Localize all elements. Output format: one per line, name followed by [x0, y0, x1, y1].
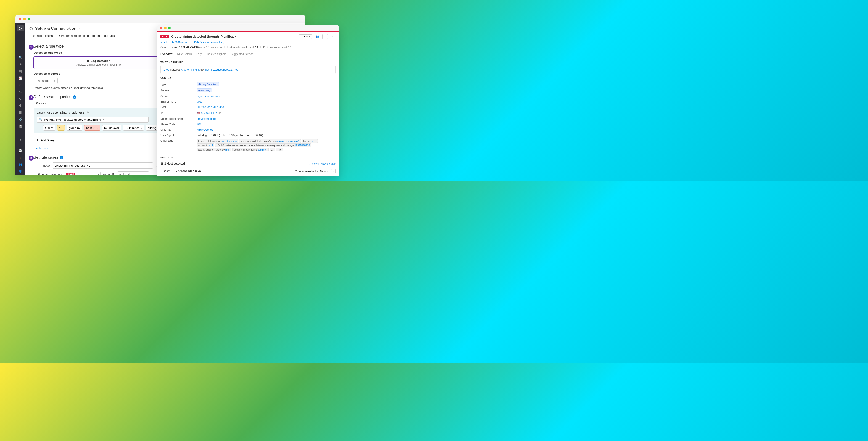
view-network-map-link[interactable]: ⇄ View in Network Map: [309, 162, 336, 165]
link-icon[interactable]: 🔗: [15, 116, 25, 123]
crumb-attack[interactable]: attack: [160, 41, 168, 44]
gear-icon: ⬡: [29, 26, 33, 31]
notebook-icon[interactable]: 📓: [15, 123, 25, 129]
help-icon[interactable]: ?: [15, 154, 25, 161]
severity-select[interactable]: HIGH ▾: [65, 172, 100, 175]
source-chip[interactable]: ◆ haproxy: [197, 88, 212, 92]
matched-term[interactable]: cryptomining_ip: [181, 68, 200, 71]
target-icon: ◎: [295, 170, 297, 173]
detection-method-select[interactable]: Threshold ▾: [34, 78, 58, 84]
logs-icon[interactable]: ☰: [15, 109, 25, 116]
close-dot[interactable]: [19, 18, 21, 20]
kebab-icon[interactable]: ⋮: [322, 34, 328, 39]
tags-more[interactable]: +46: [276, 148, 283, 151]
tab-related[interactable]: Related Signals: [207, 51, 226, 58]
help-icon[interactable]: ?: [60, 156, 63, 159]
titlebar: [157, 25, 339, 31]
view-infra-metrics-button[interactable]: ◎View Infrastructure Metrics: [293, 169, 330, 173]
chevron-down-icon: ▾: [98, 173, 99, 175]
signal-tabs: Overview Rule Details Logs Related Signa…: [157, 51, 339, 58]
chat-icon[interactable]: 💬: [15, 147, 25, 154]
ctx-env-key: Environment: [160, 100, 197, 103]
signal-meta: Created on: Apr 12 20:44:45.480 (about 1…: [157, 44, 339, 50]
tab-suggested[interactable]: Suggested Actions: [231, 51, 253, 58]
search-icon[interactable]: 🔍: [15, 54, 25, 61]
min-dot[interactable]: [164, 27, 166, 29]
signal-panel-window: HIGH Cryptomining detected through IP ca…: [157, 25, 339, 176]
close-dot[interactable]: [160, 27, 162, 29]
ctx-service-val[interactable]: ingress-service-api: [197, 95, 220, 98]
help-icon[interactable]: ?: [73, 95, 76, 99]
metrics-icon[interactable]: 📈: [15, 75, 25, 82]
infra-icon[interactable]: ⚙: [15, 82, 25, 88]
tag-chip[interactable]: security-group-name:common: [232, 148, 269, 151]
ctx-status-val[interactable]: 202: [197, 123, 202, 126]
integrations-icon[interactable]: ✚: [15, 102, 25, 109]
chevron-down-icon[interactable]: ▾: [79, 27, 80, 30]
dashboard-icon[interactable]: ▦: [15, 68, 25, 75]
ci-icon[interactable]: ↻: [15, 95, 25, 102]
chevron-right-icon: ›: [34, 101, 34, 105]
agg-select[interactable]: Count: [43, 125, 55, 131]
card-log-detection[interactable]: ⬢Log Detection Analyze all ingested logs…: [34, 57, 163, 69]
step-1-badge: 1: [29, 45, 34, 50]
drag-handle-icon[interactable]: ⋮⋮: [34, 164, 39, 167]
tab-overview[interactable]: Overview: [160, 51, 173, 58]
plus-icon: ＋: [36, 138, 39, 142]
what-happened-label: WHAT HAPPENED: [160, 61, 336, 64]
search-input[interactable]: 🔍 @threat_intel.results.category:cryptom…: [37, 117, 149, 123]
ctx-kube-val[interactable]: service-edge1b: [197, 117, 216, 120]
tab-rule-details[interactable]: Rule Details: [177, 51, 192, 58]
ctx-host-val[interactable]: i-012dc6abc0d12345a: [197, 106, 224, 109]
security-icon[interactable]: 🛡: [15, 129, 25, 137]
rollup-select[interactable]: 15 minutes▾: [123, 125, 144, 131]
crumb-tactic[interactable]: ta0040-impact: [172, 41, 190, 44]
search-icon: 🔍: [39, 118, 42, 121]
add-query-button[interactable]: ＋Add Query: [34, 137, 57, 144]
notify-label: and notify: [102, 173, 115, 175]
settings-icon[interactable]: ✦: [15, 137, 25, 143]
max-dot[interactable]: [28, 18, 30, 20]
assignee-icon[interactable]: 👥: [314, 34, 320, 39]
agg-field[interactable]: *▾: [57, 125, 65, 131]
close-icon[interactable]: ✕: [330, 34, 336, 39]
what-happened-box: 1 log matched cryptomining_ip for host:i…: [160, 66, 336, 74]
max-dot[interactable]: [168, 27, 170, 29]
team-icon[interactable]: 👥: [15, 161, 25, 168]
tag-chip[interactable]: kernel:none: [302, 139, 318, 143]
tag-chip[interactable]: a..: [270, 148, 275, 151]
insights-label: INSIGHTS: [160, 156, 336, 159]
tag-chip[interactable]: account:prod: [197, 144, 214, 147]
log-count-link[interactable]: 1 log: [163, 68, 169, 71]
notify-input[interactable]: [117, 171, 149, 175]
host-disclose[interactable]: ⌄ host:i-012dc6abc0d12345a: [160, 170, 201, 173]
ctx-ip-val[interactable]: 🇺🇸 52.10.44.115 ⓘ: [197, 111, 221, 115]
groupby-value[interactable]: host✕▾: [84, 125, 100, 131]
ctx-url-val[interactable]: /api/v1/series: [197, 128, 213, 131]
binoculars-icon[interactable]: 👁: [15, 61, 25, 68]
status-select[interactable]: OPEN▾: [299, 34, 312, 39]
ctx-ua-val: datadogpy/0.40.1 (python 3.9.5; os linux…: [197, 134, 263, 137]
trigger-input[interactable]: [53, 163, 153, 169]
card-log-title: Log Detection: [91, 59, 111, 63]
clear-icon[interactable]: ✕: [102, 118, 105, 121]
crumb-technique[interactable]: t1496-resource-hijacking: [194, 41, 224, 44]
tab-logs[interactable]: Logs: [196, 51, 203, 58]
min-dot[interactable]: [23, 18, 26, 20]
attack-breadcrumb: attack› ta0040-impact› t1496-resource-hi…: [157, 40, 339, 44]
avatar-icon[interactable]: 👤: [15, 168, 25, 175]
ctx-status-key: Status Code: [160, 123, 197, 126]
tag-chip[interactable]: k8s.io/cluster-autoscaler/node-template/…: [215, 144, 311, 147]
breadcrumb-root[interactable]: Detection Rules: [32, 34, 53, 37]
log-detection-chip[interactable]: ⬢ Log Detection: [197, 82, 219, 86]
tag-chip[interactable]: nodegroups.datadog.com/nameingress-servi…: [239, 139, 301, 143]
ctx-env-val[interactable]: prod: [197, 100, 203, 103]
chevron-right-icon: ›: [56, 34, 56, 37]
edit-icon[interactable]: ✎: [87, 111, 89, 114]
logo-icon[interactable]: ◎: [17, 25, 24, 31]
apm-icon[interactable]: ◎: [15, 88, 25, 95]
severity-badge: HIGH: [160, 35, 169, 38]
infra-dropdown[interactable]: ▾: [331, 169, 336, 173]
tag-chip[interactable]: agent_support_urgency:high: [197, 148, 231, 151]
tag-chip[interactable]: threat_intel_category:cryptomining: [197, 139, 238, 143]
